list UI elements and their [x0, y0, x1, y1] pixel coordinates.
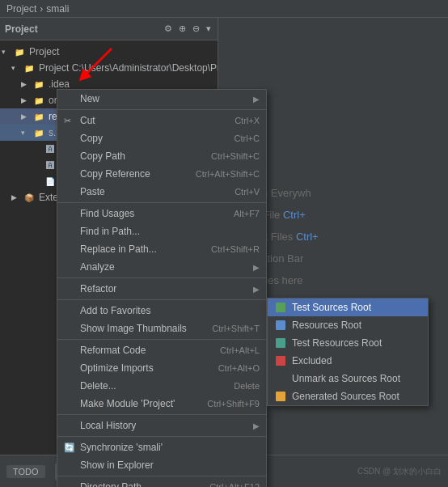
sep-5 — [57, 339, 266, 340]
project-icon: 📁 — [13, 45, 26, 58]
submenu-resources-label: Resources Root — [292, 320, 361, 331]
generated-sources-icon — [274, 390, 287, 403]
submenu-resources-root[interactable]: Resources Root — [268, 316, 428, 334]
menu-copy-path-label: Copy Path — [80, 150, 195, 162]
sep-3 — [57, 277, 266, 278]
folder-icon-re: 📁 — [32, 110, 45, 123]
find-usages-shortcut: Alt+F7 — [234, 209, 260, 218]
menu-make-module-label: Make Module 'Project' — [80, 398, 191, 409]
todo-button[interactable]: TODO — [6, 465, 45, 478]
menu-delete[interactable]: Delete... Delete — [57, 377, 266, 395]
submenu-mark-directory: Test Sources Root Resources Root Test Re… — [267, 298, 429, 406]
cut-shortcut: Ctrl+X — [235, 116, 260, 125]
menu-show-thumbnails-label: Show Image Thumbnails — [80, 323, 196, 334]
title-smali: smali — [46, 3, 69, 15]
menu-synchronize-label: Synchronize 'smali' — [80, 442, 260, 453]
menu-add-favorites-label: Add to Favorites — [80, 305, 260, 316]
menu-dir-path-label: Directory Path — [80, 481, 193, 487]
watermark: CSDN @ 划水的小白白 — [357, 466, 442, 477]
submenu-unmark[interactable]: Unmark as Sources Root — [268, 370, 428, 387]
test-resources-icon — [274, 337, 287, 349]
delete-shortcut: Delete — [234, 381, 260, 391]
menu-copy-reference[interactable]: Copy Reference Ctrl+Alt+Shift+C — [57, 165, 266, 183]
menu-refactor[interactable]: Refactor ▶ — [57, 280, 266, 298]
menu-new-label: New — [80, 93, 250, 104]
menu-local-history[interactable]: Local History ▶ — [57, 417, 266, 434]
copy-ref-shortcut: Ctrl+Alt+Shift+C — [196, 169, 260, 179]
arrow-root: ▾ — [11, 64, 23, 72]
arrow-project: ▾ — [2, 48, 13, 56]
unmark-icon — [274, 372, 287, 385]
panel-settings-icon[interactable]: ⚙ — [163, 22, 174, 36]
sep-7 — [57, 436, 266, 437]
submenu-test-resources-root[interactable]: Test Resources Root — [268, 334, 428, 352]
menu-add-favorites[interactable]: Add to Favorites — [57, 302, 266, 320]
menu-new[interactable]: New ▶ — [57, 90, 266, 108]
menu-reformat[interactable]: Reformat Code Ctrl+Alt+L — [57, 341, 266, 359]
arrow-s: ▾ — [21, 129, 32, 137]
sep-6 — [57, 414, 266, 415]
menu-optimize-imports[interactable]: Optimize Imports Ctrl+Alt+O — [57, 359, 266, 377]
sep-2 — [57, 202, 266, 203]
menu-find-usages-label: Find Usages — [80, 208, 218, 219]
sep-1 — [57, 109, 266, 110]
menu-find-in-path-label: Find in Path... — [80, 226, 260, 237]
arrow-re: ▶ — [21, 112, 32, 121]
menu-paste-label: Paste — [80, 186, 218, 197]
panel-collapse-icon[interactable]: ⊖ — [191, 22, 201, 36]
menu-dir-path[interactable]: Directory Path Ctrl+Alt+F12 — [57, 478, 266, 487]
file-icon-d: 📄 — [44, 175, 57, 188]
tree-item-project[interactable]: ▾ 📁 Project — [0, 44, 218, 60]
menu-synchronize[interactable]: 🔄 Synchronize 'smali' — [57, 438, 266, 456]
submenu-generated-sources[interactable]: Generated Sources Root — [268, 387, 428, 405]
analyze-arrow: ▶ — [253, 263, 260, 272]
optimize-shortcut: Ctrl+Alt+O — [218, 363, 260, 373]
menu-copy-label: Copy — [80, 133, 218, 144]
refactor-arrow: ▶ — [253, 285, 260, 294]
submenu-excluded[interactable]: Excluded — [268, 352, 428, 370]
hint-recent-key: Ctrl+ — [296, 231, 319, 243]
menu-cut-label: Cut — [80, 115, 218, 126]
tree-item-root[interactable]: ▾ 📁 Project C:\Users\Administrator\Deskt… — [0, 60, 218, 76]
excluded-icon — [274, 354, 287, 367]
title-bar: Project › smali — [0, 0, 448, 18]
sync-icon: 🔄 — [64, 443, 77, 453]
menu-paste[interactable]: Paste Ctrl+V — [57, 183, 266, 201]
menu-analyze[interactable]: Analyze ▶ — [57, 258, 266, 276]
submenu-test-sources-root[interactable]: Test Sources Root — [268, 299, 428, 316]
menu-copy-reference-label: Copy Reference — [80, 168, 180, 180]
submenu-unmark-label: Unmark as Sources Root — [292, 373, 400, 384]
menu-copy[interactable]: Copy Ctrl+C — [57, 129, 266, 147]
panel-title: Project — [5, 23, 38, 35]
arrow-exter: ▶ — [11, 193, 23, 201]
dir-path-shortcut: Ctrl+Alt+F12 — [209, 482, 260, 487]
menu-cut[interactable]: ✂ Cut Ctrl+X — [57, 112, 266, 129]
menu-reformat-label: Reformat Code — [80, 345, 204, 356]
panel-menu-icon[interactable]: ▾ — [205, 22, 213, 36]
sep-4 — [57, 299, 266, 300]
folder-icon-origin: 📁 — [32, 94, 45, 107]
test-sources-icon — [274, 301, 287, 314]
menu-find-usages[interactable]: Find Usages Alt+F7 — [57, 205, 266, 222]
new-arrow: ▶ — [253, 95, 260, 104]
menu-optimize-imports-label: Optimize Imports — [80, 362, 202, 374]
menu-show-explorer[interactable]: Show in Explorer — [57, 456, 266, 474]
tree-label-project: Project — [29, 46, 59, 57]
submenu-test-sources-label: Test Sources Root — [292, 302, 371, 313]
file-icon-a2: 🅰 — [44, 159, 57, 172]
folder-icon-root: 📁 — [23, 61, 36, 74]
hint-goto-key: Ctrl+ — [283, 209, 306, 221]
title-project: Project — [6, 3, 36, 15]
menu-make-module[interactable]: Make Module 'Project' Ctrl+Shift+F9 — [57, 395, 266, 413]
copy-path-shortcut: Ctrl+Shift+C — [211, 151, 260, 161]
menu-show-thumbnails[interactable]: Show Image Thumbnails Ctrl+Shift+T — [57, 320, 266, 337]
menu-find-in-path[interactable]: Find in Path... — [57, 222, 266, 240]
menu-replace-in-path[interactable]: Replace in Path... Ctrl+Shift+R — [57, 240, 266, 258]
menu-copy-path[interactable]: Copy Path Ctrl+Shift+C — [57, 147, 266, 165]
tree-label-idea: .idea — [49, 78, 70, 90]
tree-label-root: Project C:\Users\Administrator\Desktop\P… — [39, 62, 218, 74]
panel-header: Project ⚙ ⊕ ⊖ ▾ — [0, 18, 218, 40]
menu-show-explorer-label: Show in Explorer — [80, 459, 260, 471]
panel-expand-icon[interactable]: ⊕ — [177, 22, 188, 36]
main-window: Project › smali Project ⚙ ⊕ ⊖ ▾ ▾ 📁 Proj… — [0, 0, 448, 487]
